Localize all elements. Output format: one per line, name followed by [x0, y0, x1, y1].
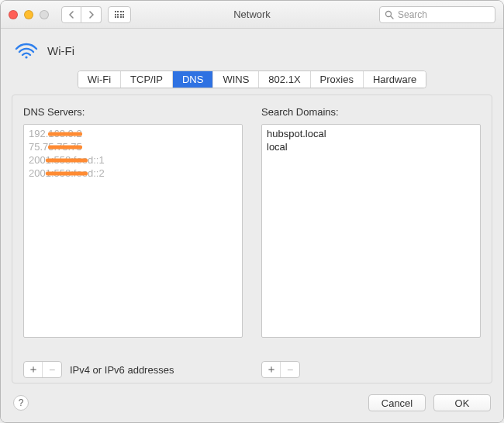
dns-add-remove: ＋ − [23, 361, 62, 378]
minimize-window-button[interactable] [24, 10, 33, 19]
domain-add-remove: ＋ − [261, 361, 300, 378]
forward-button[interactable] [81, 6, 102, 23]
svg-line-1 [391, 16, 393, 19]
dns-panel: DNS Servers: Search Domains: 192.168.0.2… [12, 95, 492, 383]
svg-point-2 [25, 56, 27, 58]
tab-8021x[interactable]: 802.1X [259, 71, 310, 88]
search-domain-row[interactable]: hubspot.local [265, 127, 477, 140]
search-domains-controls: ＋ − [261, 356, 481, 378]
ok-button[interactable]: OK [433, 394, 491, 411]
interface-header: Wi-Fi [1, 29, 503, 66]
plus-icon: ＋ [266, 363, 277, 377]
preferences-window: Network Wi-Fi Wi-Fi TCP/IP DNS WINS 802.… [0, 0, 504, 423]
search-field[interactable] [379, 6, 495, 23]
minus-icon: − [49, 363, 55, 376]
dns-server-row[interactable]: 2001:558:feed::2 [27, 167, 239, 180]
dns-servers-list[interactable]: 192.168.0.2 75.75.75.75 2001:558:feed::1… [23, 124, 243, 338]
add-domain-button[interactable]: ＋ [262, 362, 281, 377]
dns-hint: IPv4 or IPv6 addresses [70, 364, 174, 376]
wifi-icon [15, 41, 38, 60]
content-area: Wi-Fi Wi-Fi TCP/IP DNS WINS 802.1X Proxi… [1, 29, 503, 422]
chevron-left-icon [68, 11, 74, 19]
show-all-button[interactable] [108, 6, 131, 23]
plus-icon: ＋ [28, 363, 39, 377]
dns-server-row[interactable]: 192.168.0.2 [27, 127, 239, 140]
search-domain-row[interactable]: local [265, 140, 477, 153]
dns-server-row[interactable]: 75.75.75.75 [27, 140, 239, 153]
search-domains-label: Search Domains: [261, 106, 481, 119]
search-domains-list[interactable]: hubspot.local local [261, 124, 481, 338]
interface-name: Wi-Fi [47, 44, 74, 57]
zoom-window-button [40, 10, 49, 19]
tab-hardware[interactable]: Hardware [364, 71, 426, 88]
search-icon [385, 10, 394, 19]
titlebar: Network [1, 1, 503, 29]
nav-group [61, 6, 102, 23]
dns-servers-label: DNS Servers: [23, 106, 243, 119]
grid-icon [115, 11, 125, 18]
svg-point-0 [386, 11, 392, 16]
dns-server-row[interactable]: 2001:558:feed::1 [27, 153, 239, 167]
dns-servers-controls: ＋ − IPv4 or IPv6 addresses [23, 356, 243, 378]
window-controls [9, 10, 49, 19]
tab-proxies[interactable]: Proxies [311, 71, 364, 88]
add-dns-button[interactable]: ＋ [24, 362, 43, 377]
window-title: Network [233, 9, 271, 20]
tab-dns[interactable]: DNS [173, 71, 213, 88]
footer: ? Cancel OK [1, 391, 503, 422]
help-icon: ? [19, 397, 24, 408]
tabs: Wi-Fi TCP/IP DNS WINS 802.1X Proxies Har… [78, 70, 427, 88]
tab-tcpip[interactable]: TCP/IP [121, 71, 173, 88]
close-window-button[interactable] [9, 10, 18, 19]
back-button[interactable] [61, 6, 81, 23]
chevron-right-icon [88, 11, 95, 19]
search-input[interactable] [398, 9, 490, 20]
remove-domain-button[interactable]: − [281, 362, 299, 377]
remove-dns-button[interactable]: − [43, 362, 61, 377]
tab-wifi[interactable]: Wi-Fi [78, 71, 121, 88]
tab-wins[interactable]: WINS [213, 71, 259, 88]
help-button[interactable]: ? [13, 395, 29, 411]
minus-icon: − [287, 363, 293, 376]
cancel-button[interactable]: Cancel [368, 394, 426, 411]
